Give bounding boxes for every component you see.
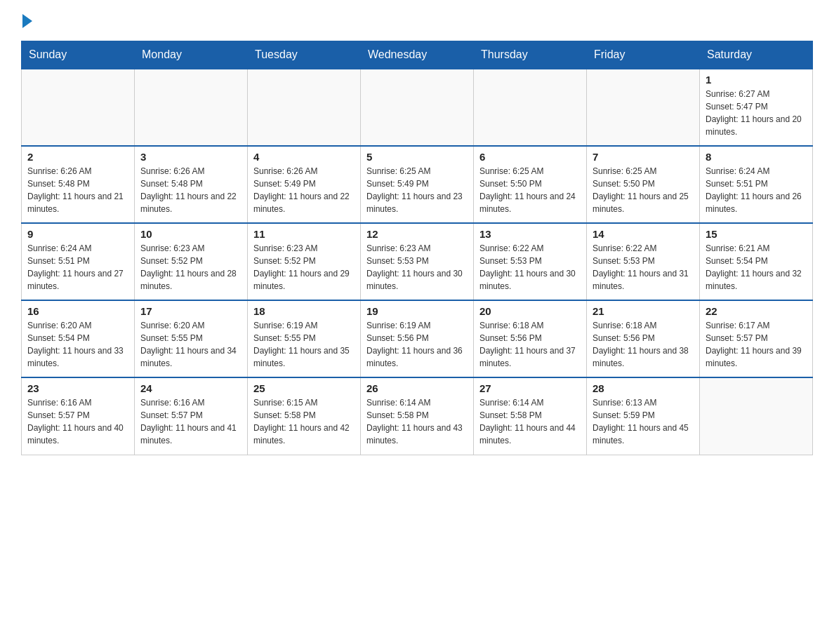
calendar-cell <box>700 377 813 455</box>
day-info: Sunrise: 6:25 AMSunset: 5:50 PMDaylight:… <box>593 165 694 215</box>
day-info: Sunrise: 6:26 AMSunset: 5:49 PMDaylight:… <box>253 165 355 215</box>
day-info: Sunrise: 6:18 AMSunset: 5:56 PMDaylight:… <box>479 319 581 370</box>
week-row-2: 2Sunrise: 6:26 AMSunset: 5:48 PMDaylight… <box>22 146 813 223</box>
day-number: 2 <box>27 151 128 163</box>
day-info: Sunrise: 6:25 AMSunset: 5:50 PMDaylight:… <box>479 165 581 215</box>
day-info: Sunrise: 6:23 AMSunset: 5:52 PMDaylight:… <box>140 242 241 293</box>
day-info: Sunrise: 6:23 AMSunset: 5:53 PMDaylight:… <box>366 242 468 293</box>
day-info: Sunrise: 6:15 AMSunset: 5:58 PMDaylight:… <box>253 396 355 447</box>
day-info: Sunrise: 6:14 AMSunset: 5:58 PMDaylight:… <box>366 396 468 447</box>
day-info: Sunrise: 6:19 AMSunset: 5:55 PMDaylight:… <box>253 319 355 370</box>
day-number: 17 <box>140 305 241 317</box>
calendar-header-tuesday: Tuesday <box>248 41 361 69</box>
day-info: Sunrise: 6:13 AMSunset: 5:59 PMDaylight:… <box>593 396 694 447</box>
calendar-cell: 14Sunrise: 6:22 AMSunset: 5:53 PMDayligh… <box>587 223 700 300</box>
day-number: 1 <box>706 74 807 86</box>
calendar-header-row: SundayMondayTuesdayWednesdayThursdayFrid… <box>22 41 813 69</box>
day-number: 20 <box>479 305 581 317</box>
day-info: Sunrise: 6:20 AMSunset: 5:55 PMDaylight:… <box>140 319 241 370</box>
day-number: 18 <box>253 305 355 317</box>
logo <box>21 14 34 28</box>
calendar-cell: 7Sunrise: 6:25 AMSunset: 5:50 PMDaylight… <box>587 146 700 223</box>
week-row-1: 1Sunrise: 6:27 AMSunset: 5:47 PMDaylight… <box>22 69 813 146</box>
day-number: 26 <box>366 382 468 394</box>
calendar-cell: 27Sunrise: 6:14 AMSunset: 5:58 PMDayligh… <box>474 377 587 455</box>
calendar-header-saturday: Saturday <box>700 41 813 69</box>
day-number: 11 <box>253 228 355 240</box>
day-number: 23 <box>27 382 128 394</box>
day-number: 6 <box>479 151 581 163</box>
day-number: 21 <box>593 305 694 317</box>
calendar-cell: 21Sunrise: 6:18 AMSunset: 5:56 PMDayligh… <box>587 300 700 377</box>
day-info: Sunrise: 6:14 AMSunset: 5:58 PMDaylight:… <box>479 396 581 447</box>
calendar-header-sunday: Sunday <box>22 41 135 69</box>
day-number: 16 <box>27 305 128 317</box>
day-number: 22 <box>706 305 807 317</box>
calendar-cell: 8Sunrise: 6:24 AMSunset: 5:51 PMDaylight… <box>700 146 813 223</box>
day-number: 5 <box>366 151 468 163</box>
day-number: 14 <box>593 228 694 240</box>
calendar-cell: 10Sunrise: 6:23 AMSunset: 5:52 PMDayligh… <box>135 223 248 300</box>
calendar-cell: 23Sunrise: 6:16 AMSunset: 5:57 PMDayligh… <box>22 377 135 455</box>
day-info: Sunrise: 6:27 AMSunset: 5:47 PMDaylight:… <box>706 88 807 138</box>
day-number: 3 <box>140 151 241 163</box>
week-row-5: 23Sunrise: 6:16 AMSunset: 5:57 PMDayligh… <box>22 377 813 455</box>
calendar-cell: 5Sunrise: 6:25 AMSunset: 5:49 PMDaylight… <box>361 146 474 223</box>
week-row-3: 9Sunrise: 6:24 AMSunset: 5:51 PMDaylight… <box>22 223 813 300</box>
calendar-cell: 1Sunrise: 6:27 AMSunset: 5:47 PMDaylight… <box>700 69 813 146</box>
calendar-header-wednesday: Wednesday <box>361 41 474 69</box>
day-info: Sunrise: 6:22 AMSunset: 5:53 PMDaylight:… <box>479 242 581 293</box>
day-info: Sunrise: 6:23 AMSunset: 5:52 PMDaylight:… <box>253 242 355 293</box>
day-number: 25 <box>253 382 355 394</box>
logo-triangle-icon <box>22 14 32 28</box>
calendar-cell <box>248 69 361 146</box>
day-info: Sunrise: 6:16 AMSunset: 5:57 PMDaylight:… <box>140 396 241 447</box>
day-info: Sunrise: 6:16 AMSunset: 5:57 PMDaylight:… <box>27 396 128 447</box>
day-info: Sunrise: 6:24 AMSunset: 5:51 PMDaylight:… <box>27 242 128 293</box>
calendar-cell <box>587 69 700 146</box>
day-info: Sunrise: 6:19 AMSunset: 5:56 PMDaylight:… <box>366 319 468 370</box>
calendar-header-friday: Friday <box>587 41 700 69</box>
calendar-cell: 19Sunrise: 6:19 AMSunset: 5:56 PMDayligh… <box>361 300 474 377</box>
day-number: 9 <box>27 228 128 240</box>
calendar-cell: 13Sunrise: 6:22 AMSunset: 5:53 PMDayligh… <box>474 223 587 300</box>
day-info: Sunrise: 6:25 AMSunset: 5:49 PMDaylight:… <box>366 165 468 215</box>
calendar-cell: 9Sunrise: 6:24 AMSunset: 5:51 PMDaylight… <box>22 223 135 300</box>
day-info: Sunrise: 6:26 AMSunset: 5:48 PMDaylight:… <box>27 165 128 215</box>
calendar-cell: 18Sunrise: 6:19 AMSunset: 5:55 PMDayligh… <box>248 300 361 377</box>
page-header <box>21 14 813 28</box>
day-number: 27 <box>479 382 581 394</box>
calendar-cell <box>22 69 135 146</box>
calendar-cell: 25Sunrise: 6:15 AMSunset: 5:58 PMDayligh… <box>248 377 361 455</box>
calendar-cell: 20Sunrise: 6:18 AMSunset: 5:56 PMDayligh… <box>474 300 587 377</box>
day-number: 13 <box>479 228 581 240</box>
day-number: 12 <box>366 228 468 240</box>
calendar-cell: 16Sunrise: 6:20 AMSunset: 5:54 PMDayligh… <box>22 300 135 377</box>
day-info: Sunrise: 6:20 AMSunset: 5:54 PMDaylight:… <box>27 319 128 370</box>
calendar-cell: 3Sunrise: 6:26 AMSunset: 5:48 PMDaylight… <box>135 146 248 223</box>
day-info: Sunrise: 6:24 AMSunset: 5:51 PMDaylight:… <box>706 165 807 215</box>
calendar-cell: 15Sunrise: 6:21 AMSunset: 5:54 PMDayligh… <box>700 223 813 300</box>
calendar-cell <box>361 69 474 146</box>
day-number: 10 <box>140 228 241 240</box>
calendar-cell: 6Sunrise: 6:25 AMSunset: 5:50 PMDaylight… <box>474 146 587 223</box>
calendar-header-monday: Monday <box>135 41 248 69</box>
day-info: Sunrise: 6:18 AMSunset: 5:56 PMDaylight:… <box>593 319 694 370</box>
day-info: Sunrise: 6:26 AMSunset: 5:48 PMDaylight:… <box>140 165 241 215</box>
day-info: Sunrise: 6:21 AMSunset: 5:54 PMDaylight:… <box>706 242 807 293</box>
calendar-cell: 24Sunrise: 6:16 AMSunset: 5:57 PMDayligh… <box>135 377 248 455</box>
calendar-cell <box>135 69 248 146</box>
calendar-cell: 4Sunrise: 6:26 AMSunset: 5:49 PMDaylight… <box>248 146 361 223</box>
week-row-4: 16Sunrise: 6:20 AMSunset: 5:54 PMDayligh… <box>22 300 813 377</box>
calendar-cell: 26Sunrise: 6:14 AMSunset: 5:58 PMDayligh… <box>361 377 474 455</box>
calendar-cell: 28Sunrise: 6:13 AMSunset: 5:59 PMDayligh… <box>587 377 700 455</box>
day-number: 19 <box>366 305 468 317</box>
day-number: 7 <box>593 151 694 163</box>
calendar-cell: 2Sunrise: 6:26 AMSunset: 5:48 PMDaylight… <box>22 146 135 223</box>
day-number: 4 <box>253 151 355 163</box>
day-info: Sunrise: 6:22 AMSunset: 5:53 PMDaylight:… <box>593 242 694 293</box>
calendar-cell: 12Sunrise: 6:23 AMSunset: 5:53 PMDayligh… <box>361 223 474 300</box>
day-number: 28 <box>593 382 694 394</box>
day-number: 8 <box>706 151 807 163</box>
calendar-cell: 22Sunrise: 6:17 AMSunset: 5:57 PMDayligh… <box>700 300 813 377</box>
